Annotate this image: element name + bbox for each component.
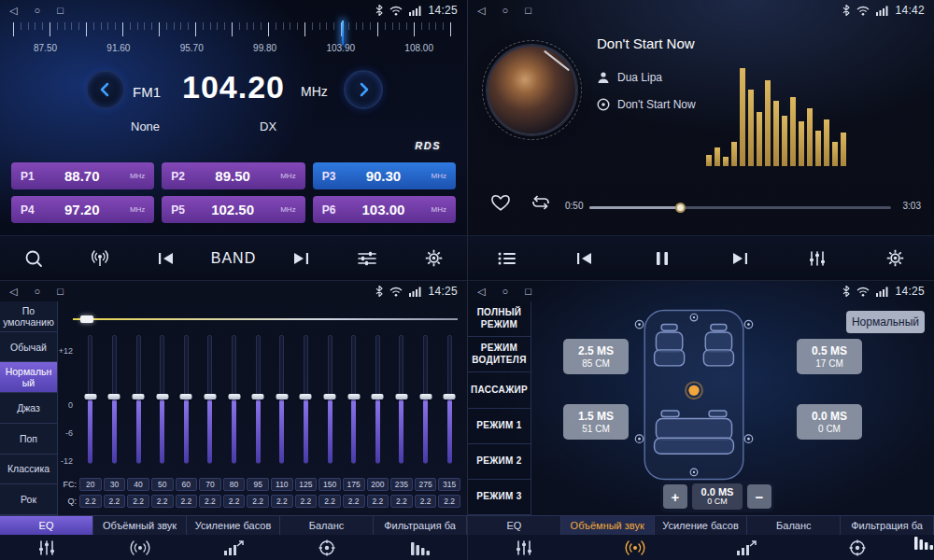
- repeat-button[interactable]: [530, 194, 552, 214]
- tab-surround[interactable]: Объёмный звук: [93, 516, 187, 535]
- next-station-button[interactable]: [279, 240, 322, 277]
- nav-home-icon[interactable]: ○: [502, 6, 508, 16]
- band-button[interactable]: BAND: [211, 240, 256, 277]
- eq-band-knob[interactable]: [84, 394, 96, 399]
- eq-preset-item[interactable]: Классика: [0, 455, 57, 485]
- nav-recents-icon[interactable]: □: [525, 6, 531, 16]
- front-left-delay-button[interactable]: 2.5 MS 85 CM: [563, 339, 629, 374]
- nav-back-icon[interactable]: ◁: [477, 6, 485, 16]
- tab-balance[interactable]: Баланс: [280, 516, 374, 535]
- eq-band-slider[interactable]: [270, 335, 294, 464]
- balance-icon[interactable]: [802, 535, 913, 560]
- mixer-button[interactable]: [796, 240, 839, 277]
- eq-sliders-icon[interactable]: [0, 535, 93, 560]
- next-track-button[interactable]: [718, 240, 761, 277]
- listening-mode-item[interactable]: РЕЖИМ 3: [468, 480, 531, 515]
- rear-left-delay-button[interactable]: 1.5 MS 51 CM: [563, 404, 629, 440]
- eq-band-knob[interactable]: [156, 394, 168, 399]
- front-right-delay-button[interactable]: 0.5 MS 17 CM: [797, 339, 862, 374]
- progress-bar[interactable]: [589, 206, 891, 209]
- nav-recents-icon[interactable]: □: [525, 287, 531, 297]
- master-level-slider[interactable]: [73, 315, 458, 324]
- eq-preset-item[interactable]: По умолчанию: [0, 301, 57, 332]
- delay-decrease-button[interactable]: −: [747, 484, 771, 509]
- eq-band-knob[interactable]: [276, 394, 288, 399]
- eq-band-knob[interactable]: [419, 394, 432, 399]
- listening-mode-item[interactable]: РЕЖИМ 2: [468, 444, 531, 480]
- nav-back-icon[interactable]: ◁: [477, 287, 485, 297]
- profile-button[interactable]: Нормальный: [846, 311, 925, 333]
- eq-band-slider[interactable]: [222, 335, 247, 464]
- filter-icon[interactable]: [913, 535, 934, 560]
- frequency-scale[interactable]: 87.5091.6095.7099.80103.90108.00: [0, 22, 467, 62]
- progress-knob[interactable]: [675, 203, 686, 213]
- eq-band-knob[interactable]: [372, 394, 384, 399]
- tab-bass-boost[interactable]: Усиление басов: [187, 516, 280, 535]
- eq-band-slider[interactable]: [198, 335, 222, 464]
- bass-boost-icon[interactable]: [187, 535, 280, 560]
- preset-button[interactable]: P6 103.00 MHz: [313, 196, 456, 223]
- eq-band-knob[interactable]: [252, 394, 264, 399]
- eq-band-knob[interactable]: [300, 394, 312, 399]
- eq-band-slider[interactable]: [246, 335, 270, 464]
- preset-button[interactable]: P2 89.50 MHz: [162, 162, 304, 189]
- pause-button[interactable]: [641, 240, 684, 277]
- eq-band-knob[interactable]: [395, 394, 407, 399]
- tab-filter[interactable]: Фильтрация ба: [841, 516, 934, 535]
- eq-band-slider[interactable]: [342, 335, 366, 464]
- master-knob[interactable]: [80, 315, 93, 323]
- eq-band-slider[interactable]: [150, 335, 175, 464]
- surround-sound-icon[interactable]: [579, 535, 690, 560]
- eq-band-slider[interactable]: [366, 335, 390, 464]
- filter-icon[interactable]: [374, 535, 467, 560]
- preset-button[interactable]: P3 90.30 MHz: [313, 162, 456, 189]
- eq-band-knob[interactable]: [180, 394, 192, 399]
- balance-icon[interactable]: [280, 535, 374, 560]
- nav-back-icon[interactable]: ◁: [9, 6, 17, 16]
- tab-surround[interactable]: Объёмный звук: [561, 516, 655, 535]
- nav-back-icon[interactable]: ◁: [9, 287, 17, 297]
- eq-preset-item[interactable]: Нормальный: [0, 362, 57, 393]
- nav-home-icon[interactable]: ○: [502, 287, 508, 297]
- listening-mode-item[interactable]: РЕЖИМ 1: [468, 409, 531, 444]
- nav-home-icon[interactable]: ○: [34, 287, 40, 297]
- nav-recents-icon[interactable]: □: [57, 287, 64, 297]
- eq-band-slider[interactable]: [437, 335, 461, 464]
- eq-band-slider[interactable]: [414, 335, 438, 464]
- tab-bass-boost[interactable]: Усиление басов: [655, 516, 748, 535]
- eq-preset-item[interactable]: Рок: [0, 484, 57, 515]
- eq-preset-item[interactable]: Джаз: [0, 393, 57, 424]
- eq-band-knob[interactable]: [108, 394, 120, 399]
- settings-button[interactable]: [412, 240, 455, 277]
- surround-sound-icon[interactable]: [93, 535, 187, 560]
- favorite-button[interactable]: [490, 194, 511, 215]
- scan-button[interactable]: [12, 240, 55, 277]
- eq-band-knob[interactable]: [204, 394, 216, 399]
- nav-recents-icon[interactable]: □: [57, 6, 64, 16]
- eq-sliders-icon[interactable]: [468, 535, 579, 560]
- eq-band-slider[interactable]: [294, 335, 318, 464]
- eq-band-knob[interactable]: [324, 394, 336, 399]
- prev-track-button[interactable]: [563, 240, 606, 277]
- audio-settings-button[interactable]: [346, 240, 389, 277]
- delay-increase-button[interactable]: +: [663, 484, 687, 509]
- bass-boost-icon[interactable]: [691, 535, 802, 560]
- broadcast-button[interactable]: [78, 240, 121, 277]
- eq-band-knob[interactable]: [347, 394, 360, 399]
- eq-band-slider[interactable]: [78, 335, 103, 464]
- seek-up-button[interactable]: [344, 70, 383, 109]
- eq-band-slider[interactable]: [175, 335, 199, 464]
- rear-right-delay-button[interactable]: 0.0 MS 0 CM: [797, 404, 862, 440]
- settings-button[interactable]: [873, 240, 916, 277]
- listening-mode-item[interactable]: ПОЛНЫЙ РЕЖИМ: [468, 301, 531, 337]
- playlist-button[interactable]: [486, 240, 529, 277]
- eq-band-knob[interactable]: [133, 394, 145, 399]
- eq-band-slider[interactable]: [389, 335, 414, 464]
- preset-button[interactable]: P4 97.20 MHz: [11, 196, 154, 223]
- eq-band-slider[interactable]: [126, 335, 150, 464]
- eq-band-knob[interactable]: [228, 394, 240, 399]
- eq-preset-item[interactable]: Поп: [0, 424, 57, 455]
- nav-home-icon[interactable]: ○: [34, 6, 40, 16]
- listening-mode-item[interactable]: РЕЖИМ ВОДИТЕЛЯ: [468, 337, 531, 372]
- tab-filter[interactable]: Фильтрация ба: [374, 516, 467, 535]
